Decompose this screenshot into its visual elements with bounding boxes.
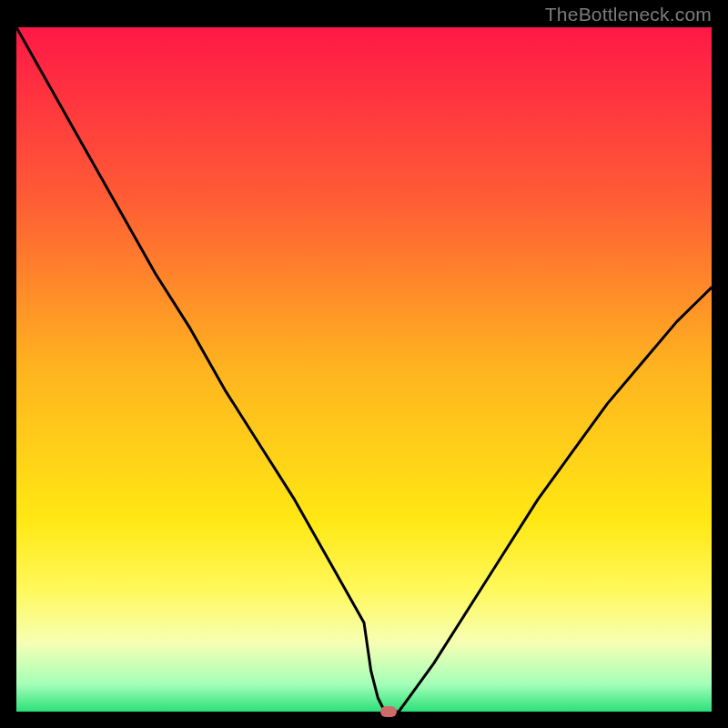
chart-container: TheBottleneck.com (0, 0, 728, 728)
watermark-text: TheBottleneck.com (545, 4, 712, 25)
bottleneck-curve (16, 27, 712, 712)
plot-area (16, 27, 712, 712)
optimal-point-marker (380, 706, 397, 717)
